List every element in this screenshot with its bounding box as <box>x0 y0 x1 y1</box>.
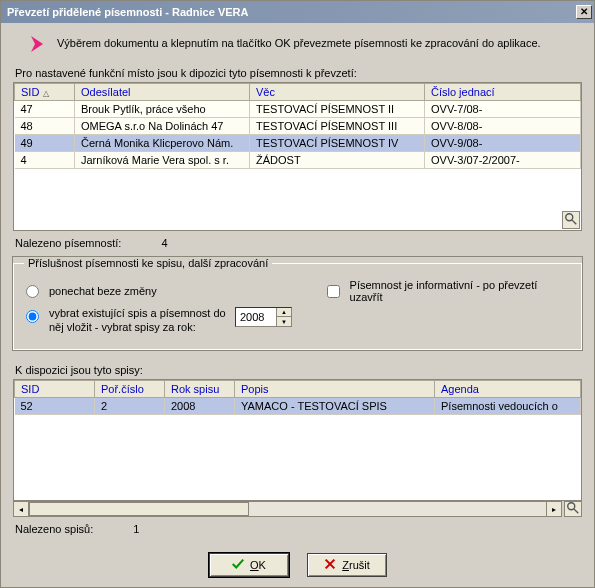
table-header-row: SID Poř.číslo Rok spisu Popis Agenda <box>15 380 581 397</box>
status1-label: Nalezeno písemností: <box>15 237 121 249</box>
spisy-grid[interactable]: SID Poř.číslo Rok spisu Popis Agenda 522… <box>13 379 582 501</box>
status-spisy: Nalezeno spisů: 1 <box>15 523 580 535</box>
svg-point-1 <box>566 214 573 221</box>
col-sid[interactable]: SID△ <box>15 84 75 101</box>
close-button[interactable]: ✕ <box>576 5 592 19</box>
checkbox-informative[interactable] <box>327 285 340 298</box>
check-icon <box>231 557 245 573</box>
col-rok[interactable]: Rok spisu <box>165 380 235 397</box>
table-header-row: SID△ Odesílatel Věc Číslo jednací <box>15 84 581 101</box>
col-por[interactable]: Poř.číslo <box>95 380 165 397</box>
col-cislo[interactable]: Číslo jednací <box>425 84 581 101</box>
cell-sid: 48 <box>15 118 75 135</box>
grid1-label: Pro nastavené funkční místo jsou k dipoz… <box>15 67 582 79</box>
scroll-track[interactable] <box>29 501 546 517</box>
intro-text: Výběrem dokumentu a klepnutím na tlačítk… <box>57 35 541 51</box>
cell-odesilatel: Brouk Pytlík, práce všeho <box>75 101 250 118</box>
cell-vec: TESTOVACÍ PÍSEMNOST II <box>250 101 425 118</box>
documents-table: SID△ Odesílatel Věc Číslo jednací 47Brou… <box>14 83 581 169</box>
spin-up-icon[interactable]: ▲ <box>277 308 291 317</box>
radio-keep-label[interactable]: ponechat beze změny <box>49 285 157 297</box>
cell-sid: 47 <box>15 101 75 118</box>
dialog-window: Převzetí přidělené písemnosti - Radnice … <box>0 0 595 588</box>
cell-vec: TESTOVACÍ PÍSEMNOST III <box>250 118 425 135</box>
cell-sid: 49 <box>15 135 75 152</box>
year-spinner[interactable]: ▲ ▼ <box>235 307 292 327</box>
cancel-button[interactable]: Zrušit <box>307 553 387 577</box>
titlebar: Převzetí přidělené písemnosti - Radnice … <box>1 1 594 23</box>
svg-point-3 <box>568 503 575 510</box>
cell-popis: YAMACO - TESTOVACÍ SPIS <box>235 397 435 414</box>
status2-count: 1 <box>133 523 139 535</box>
cell-cislo: OVV-3/07-2/2007- <box>425 152 581 169</box>
col-agenda[interactable]: Agenda <box>435 380 581 397</box>
intro-row: Výběrem dokumentu a klepnutím na tlačítk… <box>13 29 582 63</box>
cell-vec: ŽÁDOST <box>250 152 425 169</box>
search-button-grid1[interactable] <box>562 211 580 229</box>
arrow-right-icon <box>29 35 45 53</box>
search-icon <box>566 501 580 517</box>
close-icon: ✕ <box>580 7 588 17</box>
table-row[interactable]: 49Černá Monika Klicperovo Nám.TESTOVACÍ … <box>15 135 581 152</box>
cell-cislo: OVV-9/08- <box>425 135 581 152</box>
checkbox-informative-label[interactable]: Písemnost je informativní - po převzetí … <box>350 279 571 303</box>
search-icon <box>564 212 578 228</box>
ok-label: OK <box>250 559 266 571</box>
cancel-label: Zrušit <box>342 559 370 571</box>
year-input[interactable] <box>236 308 276 326</box>
radio-select-spis[interactable] <box>26 310 39 323</box>
sort-asc-icon: △ <box>43 89 49 98</box>
cross-icon <box>323 557 337 573</box>
cell-sid: 52 <box>15 397 95 414</box>
col-popis[interactable]: Popis <box>235 380 435 397</box>
dialog-body: Výběrem dokumentu a klepnutím na tlačítk… <box>1 23 594 587</box>
table-row[interactable]: 4Jarníková Marie Vera spol. s r.ŽÁDOSTOV… <box>15 152 581 169</box>
svg-marker-0 <box>31 36 43 52</box>
cell-cislo: OVV-8/08- <box>425 118 581 135</box>
documents-grid[interactable]: SID△ Odesílatel Věc Číslo jednací 47Brou… <box>13 82 582 231</box>
col-sid2[interactable]: SID <box>15 380 95 397</box>
cell-odesilatel: OMEGA s.r.o Na Dolinách 47 <box>75 118 250 135</box>
col-odesilatel[interactable]: Odesílatel <box>75 84 250 101</box>
spisy-table: SID Poř.číslo Rok spisu Popis Agenda 522… <box>14 380 581 415</box>
status2-label: Nalezeno spisů: <box>15 523 93 535</box>
table-row[interactable]: 5222008YAMACO - TESTOVACÍ SPISPísemnosti… <box>15 397 581 414</box>
button-row: OK Zrušit <box>13 553 582 577</box>
table-row[interactable]: 48OMEGA s.r.o Na Dolinách 47TESTOVACÍ PÍ… <box>15 118 581 135</box>
search-button-grid2[interactable] <box>564 501 582 517</box>
spisy-hscrollbar[interactable]: ◂ ▸ <box>13 501 582 517</box>
cell-agenda: Písemnosti vedoucích o <box>435 397 581 414</box>
spin-down-icon[interactable]: ▼ <box>277 317 291 326</box>
radio-select-spis-label[interactable]: vybrat existující spis a písemnost do ně… <box>49 307 229 335</box>
grid2-label: K dispozici jsou tyto spisy: <box>15 364 582 376</box>
col-vec[interactable]: Věc <box>250 84 425 101</box>
scroll-left-button[interactable]: ◂ <box>13 501 29 517</box>
cell-por: 2 <box>95 397 165 414</box>
cell-odesilatel: Jarníková Marie Vera spol. s r. <box>75 152 250 169</box>
cell-odesilatel: Černá Monika Klicperovo Nám. <box>75 135 250 152</box>
scroll-right-button[interactable]: ▸ <box>546 501 562 517</box>
table-row[interactable]: 47Brouk Pytlík, práce všehoTESTOVACÍ PÍS… <box>15 101 581 118</box>
cell-sid: 4 <box>15 152 75 169</box>
radio-keep-unchanged[interactable] <box>26 285 39 298</box>
svg-line-4 <box>574 509 578 513</box>
titlebar-title: Převzetí přidělené písemnosti - Radnice … <box>7 6 576 18</box>
cell-vec: TESTOVACÍ PÍSEMNOST IV <box>250 135 425 152</box>
cell-rok: 2008 <box>165 397 235 414</box>
status-documents: Nalezeno písemností: 4 <box>15 237 580 249</box>
ok-button[interactable]: OK <box>209 553 289 577</box>
groupbox-legend: Příslušnost písemnosti ke spisu, další z… <box>24 257 272 269</box>
status1-count: 4 <box>161 237 167 249</box>
spis-groupbox: Příslušnost písemnosti ke spisu, další z… <box>13 257 582 350</box>
triangle-right-icon: ▸ <box>552 505 556 514</box>
scroll-thumb[interactable] <box>29 502 249 516</box>
triangle-left-icon: ◂ <box>19 505 23 514</box>
cell-cislo: OVV-7/08- <box>425 101 581 118</box>
svg-line-2 <box>572 220 576 224</box>
